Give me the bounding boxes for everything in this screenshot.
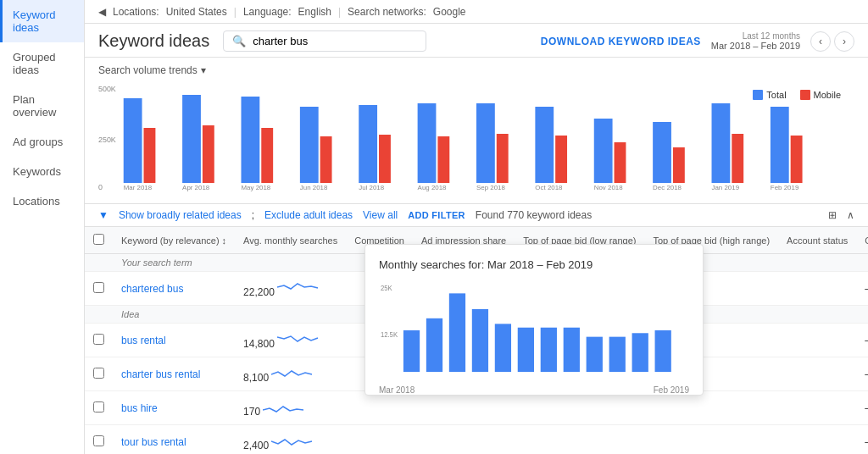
- svg-rect-5: [182, 95, 201, 183]
- sidebar-item-keywords[interactable]: Keywords: [0, 157, 84, 186]
- chart-title-dropdown[interactable]: Search volume trends ▾: [98, 64, 854, 76]
- keyword-table-container: Keyword (by relevance) ↕ Avg. monthly se…: [85, 227, 868, 454]
- filter-icon: ▼: [98, 209, 108, 221]
- columns-icon: ⊞: [828, 209, 837, 221]
- exclude-adult-link[interactable]: Exclude adult ideas: [264, 209, 353, 221]
- svg-rect-9: [300, 107, 319, 183]
- svg-rect-16: [497, 134, 509, 183]
- row-checkbox[interactable]: [93, 368, 104, 379]
- download-keyword-ideas-button[interactable]: DOWNLOAD KEYWORD IDEAS: [541, 36, 701, 47]
- topbar: ◀ Locations: United States | Language: E…: [85, 0, 868, 24]
- row-checkbox[interactable]: [93, 334, 104, 345]
- chart-legend: Total Mobile: [753, 90, 841, 100]
- svg-text:Jun 2018: Jun 2018: [300, 184, 328, 191]
- sidebar-item-grouped-ideas[interactable]: Grouped ideas: [0, 42, 84, 85]
- col-keyword: Keyword (by relevance) ↕: [113, 227, 235, 254]
- svg-text:Nov 2018: Nov 2018: [594, 184, 623, 191]
- svg-rect-18: [555, 136, 567, 183]
- view-all-link[interactable]: View all: [363, 209, 398, 221]
- bar-chart-svg: 500K 250K 0: [98, 81, 854, 191]
- svg-rect-3: [124, 98, 142, 183]
- main-content: ◀ Locations: United States | Language: E…: [85, 0, 868, 454]
- svg-rect-10: [320, 136, 332, 183]
- svg-rect-23: [712, 103, 731, 183]
- tooltip-x-start: Mar 2018: [379, 385, 415, 395]
- expand-icon[interactable]: ∧: [847, 209, 854, 221]
- svg-rect-20: [615, 142, 626, 183]
- locations-value: United States: [166, 6, 227, 18]
- svg-rect-51: [632, 333, 648, 372]
- sparkline: [277, 279, 320, 296]
- svg-rect-49: [587, 337, 603, 372]
- sparkline: [277, 330, 320, 347]
- svg-text:250K: 250K: [98, 136, 116, 144]
- svg-rect-47: [541, 328, 557, 372]
- svg-text:Jul 2018: Jul 2018: [359, 184, 385, 191]
- page-title: Keyword ideas: [98, 31, 209, 51]
- back-arrow[interactable]: ◀: [98, 6, 106, 18]
- language-value: English: [298, 6, 331, 18]
- row-checkbox[interactable]: [93, 435, 104, 446]
- svg-rect-25: [771, 107, 789, 183]
- table-row: bus hire 170 – 42 –: [85, 391, 868, 425]
- networks-label: Search networks:: [348, 6, 426, 18]
- tooltip-bar-chart: 25K 12.5K Mar 2018: [379, 280, 689, 381]
- legend-mobile: Mobile: [814, 90, 841, 100]
- svg-text:May 2018: May 2018: [241, 184, 270, 191]
- add-filter-button[interactable]: ADD FILTER: [408, 210, 465, 220]
- keyword-cell[interactable]: bus hire: [113, 391, 235, 425]
- keyword-cell[interactable]: charter bus rental: [113, 357, 235, 391]
- sidebar-item-ad-groups[interactable]: Ad groups: [0, 127, 84, 157]
- select-all-checkbox[interactable]: [93, 234, 104, 245]
- language-label: Language:: [243, 6, 292, 18]
- svg-text:Feb 2019: Feb 2019: [771, 184, 799, 191]
- svg-text:12.5K: 12.5K: [381, 330, 398, 339]
- table-row: tour bus rental 2,400 – 62 –: [85, 425, 868, 455]
- svg-text:Oct 2018: Oct 2018: [535, 184, 563, 191]
- row-checkbox[interactable]: [93, 282, 104, 293]
- locations-label: Locations:: [113, 6, 159, 18]
- tooltip-title: Monthly searches for: Mar 2018 – Feb 201…: [379, 258, 689, 271]
- filter-bar: ▼ Show broadly related ideas ; Exclude a…: [85, 204, 868, 227]
- svg-rect-42: [426, 318, 442, 372]
- svg-text:25K: 25K: [381, 285, 392, 293]
- row-checkbox[interactable]: [93, 401, 104, 412]
- chevron-down-icon: ▾: [201, 64, 206, 76]
- svg-rect-21: [653, 122, 671, 183]
- volume-chart: Total Mobile 500K 250K 0: [98, 81, 854, 200]
- svg-rect-50: [609, 337, 626, 372]
- svg-rect-44: [472, 309, 488, 372]
- sidebar-item-keyword-ideas[interactable]: Keyword ideas: [0, 0, 84, 42]
- svg-rect-24: [732, 134, 743, 183]
- svg-rect-6: [203, 125, 214, 183]
- keyword-cell[interactable]: bus rental: [113, 324, 235, 357]
- search-input[interactable]: [253, 35, 417, 47]
- svg-rect-41: [403, 330, 420, 372]
- svg-rect-52: [655, 330, 671, 372]
- keyword-cell[interactable]: chartered bus: [113, 272, 235, 306]
- sidebar-item-plan-overview[interactable]: Plan overview: [0, 85, 84, 127]
- date-next-button[interactable]: ›: [834, 31, 854, 52]
- sort-keyword-icon[interactable]: ↕: [222, 235, 227, 246]
- svg-rect-12: [379, 135, 391, 183]
- sidebar: Keyword ideas Grouped ideas Plan overvie…: [0, 0, 85, 454]
- col-organic-pos: Organic average position: [856, 227, 868, 254]
- date-range: Last 12 months Mar 2018 – Feb 2019: [711, 31, 800, 51]
- sidebar-item-locations[interactable]: Locations: [0, 186, 84, 216]
- columns-button[interactable]: ⊞: [828, 209, 837, 221]
- found-text: Found 770 keyword ideas: [476, 209, 592, 221]
- svg-rect-13: [418, 103, 437, 183]
- svg-rect-7: [241, 97, 259, 183]
- keyword-search-box[interactable]: 🔍: [223, 30, 426, 52]
- svg-text:Dec 2018: Dec 2018: [653, 184, 682, 191]
- date-prev-button[interactable]: ‹: [810, 31, 831, 52]
- sparkline: [271, 432, 314, 449]
- col-monthly: Avg. monthly searches: [235, 227, 346, 254]
- search-icon: 🔍: [232, 35, 246, 47]
- show-broadly-link[interactable]: Show broadly related ideas: [119, 209, 242, 221]
- svg-text:Apr 2018: Apr 2018: [182, 184, 210, 191]
- keyword-cell[interactable]: tour bus rental: [113, 425, 235, 455]
- page-header: Keyword ideas 🔍 DOWNLOAD KEYWORD IDEAS L…: [85, 24, 868, 58]
- sparkline: [263, 398, 305, 415]
- svg-rect-14: [437, 136, 449, 183]
